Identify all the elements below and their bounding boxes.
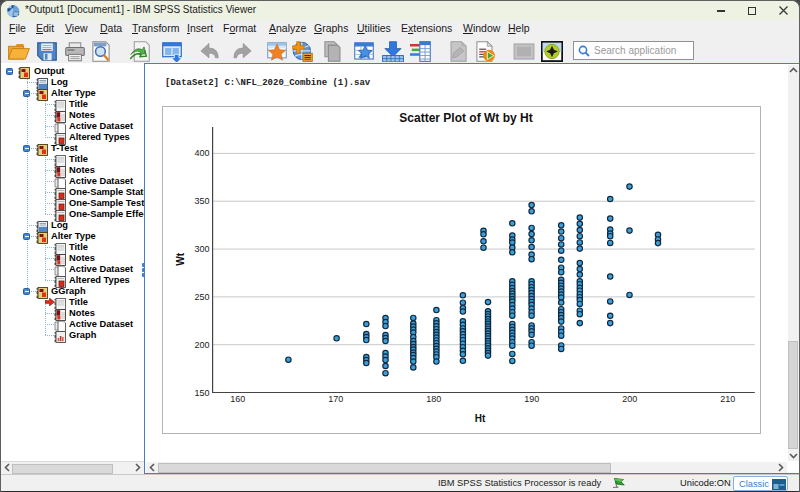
svg-text:350: 350	[194, 196, 209, 206]
svg-text:150: 150	[194, 388, 209, 398]
svg-text:300: 300	[194, 244, 209, 254]
svg-text:400: 400	[194, 148, 209, 158]
svg-text:250: 250	[194, 292, 209, 302]
svg-text:180: 180	[426, 394, 441, 404]
svg-text:200: 200	[622, 394, 637, 404]
svg-text:200: 200	[194, 340, 209, 350]
svg-text:Scatter Plot of Wt by Ht: Scatter Plot of Wt by Ht	[399, 111, 532, 125]
svg-text:210: 210	[720, 394, 735, 404]
svg-text:190: 190	[524, 394, 539, 404]
svg-text:Ht: Ht	[475, 413, 486, 424]
svg-text:Wt: Wt	[175, 252, 186, 265]
svg-text:170: 170	[328, 394, 343, 404]
svg-text:160: 160	[230, 394, 245, 404]
